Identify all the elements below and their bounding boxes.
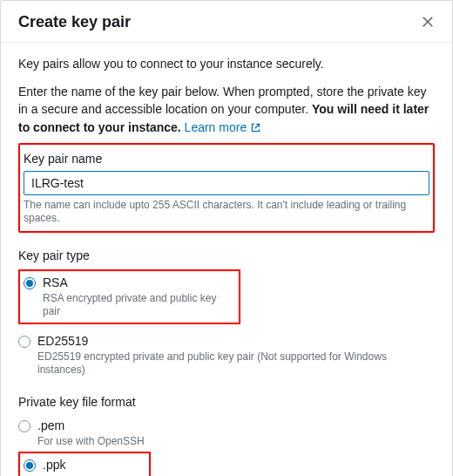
modal-body: Key pairs allow you to connect to your i… — [1, 43, 452, 476]
radio-ed25519[interactable] — [18, 336, 30, 348]
radio-ppk[interactable] — [24, 459, 36, 472]
radio-pem-label[interactable]: .pem — [37, 418, 145, 433]
key-pair-name-label: Key pair name — [24, 152, 429, 166]
radio-rsa-label[interactable]: RSA — [43, 275, 235, 290]
radio-rsa[interactable] — [24, 277, 36, 289]
key-pair-name-field: Key pair name The name can include upto … — [24, 152, 429, 226]
key-pair-type-label: Key pair type — [18, 248, 435, 262]
radio-row-rsa: RSA RSA encrypted private and public key… — [24, 273, 235, 321]
radio-row-ed25519: ED25519 ED25519 encrypted private and pu… — [18, 331, 435, 379]
radio-ed25519-desc: ED25519 encrypted private and public key… — [37, 350, 435, 377]
radio-pem-desc: For use with OpenSSH — [37, 435, 145, 449]
modal-header: Create key pair — [1, 1, 452, 43]
close-button[interactable] — [421, 16, 435, 30]
learn-more-link[interactable]: Learn more — [185, 120, 261, 134]
modal-title: Create key pair — [18, 13, 131, 31]
description-text: Enter the name of the key pair below. Wh… — [18, 83, 435, 138]
intro-text: Key pairs allow you to connect to your i… — [18, 57, 435, 71]
highlight-ppk-option: .ppk For use with PuTTY — [18, 452, 151, 476]
radio-ppk-label[interactable]: .ppk — [43, 458, 135, 473]
key-pair-name-helper: The name can include upto 255 ASCII char… — [24, 199, 429, 226]
radio-row-pem: .pem For use with OpenSSH — [18, 416, 435, 450]
close-icon — [422, 17, 434, 31]
key-pair-name-input[interactable] — [24, 171, 429, 195]
radio-ed25519-label[interactable]: ED25519 — [37, 334, 435, 349]
highlight-name-section: Key pair name The name can include upto … — [18, 143, 435, 233]
file-format-label: Private key file format — [18, 395, 435, 409]
radio-row-ppk: .ppk For use with PuTTY — [24, 455, 145, 476]
create-key-pair-modal: Create key pair Key pairs allow you to c… — [0, 0, 453, 476]
highlight-rsa-option: RSA RSA encrypted private and public key… — [18, 269, 240, 324]
radio-rsa-desc: RSA encrypted private and public key pai… — [43, 292, 235, 319]
external-link-icon — [250, 120, 261, 138]
radio-pem[interactable] — [18, 420, 30, 432]
